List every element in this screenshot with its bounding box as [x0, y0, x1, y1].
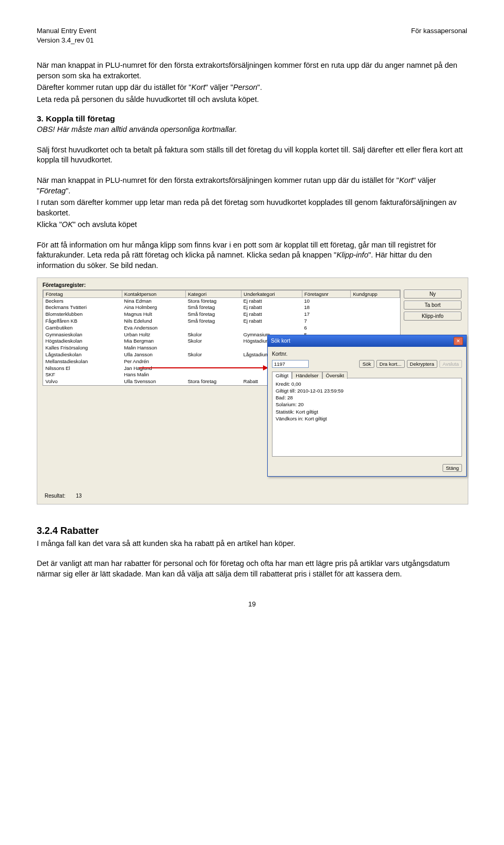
table-cell: Kalles Frisörsalong [44, 345, 122, 352]
para-1: När man knappat in PLU-numret för den fö… [37, 60, 467, 81]
table-cell: Beckmans Tvätteri [44, 304, 122, 311]
table-cell: Skolor [185, 332, 241, 338]
table-cell: Ej rabatt [242, 318, 302, 325]
para-4: Sälj först huvudkortet och ta betalt på … [37, 145, 467, 166]
table-cell: Skolor [185, 338, 241, 345]
tab-giltigt[interactable]: Giltigt [272, 372, 292, 379]
table-cell: Stora företag [185, 378, 241, 385]
tab-handelser[interactable]: Händelser [292, 372, 322, 379]
table-cell: Skolor [185, 352, 241, 358]
table-cell: 17 [302, 311, 351, 318]
para-5: När man knappat in PLU-numret för den fö… [37, 176, 467, 196]
body-text: När man knappat in PLU-numret för den fö… [37, 60, 467, 271]
table-cell: Fågelfåren KB [44, 318, 122, 325]
dekryptera-button[interactable]: Dekryptera [407, 360, 437, 368]
table-cell: 10 [302, 297, 351, 304]
table-row[interactable]: Beckmans TvätteriAina HolmbergSmå företa… [44, 304, 400, 311]
card-info-line: Vändkors in: Kort giltigt [276, 415, 458, 422]
table-cell [351, 297, 400, 304]
sok-kort-dialog: Sök kort ✕ Kortnr. 1197 Sök Dra kort... … [267, 335, 467, 477]
doc-audience: För kassapersonal [411, 26, 467, 36]
table-cell [185, 372, 241, 378]
table-cell: Hans Malin [122, 372, 185, 378]
table-cell [185, 325, 241, 332]
kortnr-input[interactable]: 1197 [272, 360, 309, 368]
table-header[interactable]: Kategori [185, 290, 241, 297]
result-value: 13 [76, 493, 81, 499]
annotation-arrow [139, 367, 265, 368]
table-cell: Ej rabatt [242, 304, 302, 311]
delete-button[interactable]: Ta bort [404, 301, 461, 310]
tab-oversikt[interactable]: Översikt [322, 372, 348, 379]
dialog-title: Sök kort [271, 338, 290, 344]
table-cell: Magnus Hult [122, 311, 185, 318]
table-cell: Blomsterklubben [44, 311, 122, 318]
table-header[interactable]: Kundgrupp [351, 290, 400, 297]
para-3: Leta reda på personen du sålde huvudkort… [37, 95, 467, 105]
table-row[interactable]: BeckersNina EdmanStora företagEj rabatt1… [44, 297, 400, 304]
avsluta-button: Avsluta [439, 360, 462, 368]
table-cell: Urban Holtz [122, 332, 185, 338]
table-cell: Ulla Svensson [122, 378, 185, 385]
table-cell: 7 [302, 318, 351, 325]
card-info-line: Giltigt till: 2010-12-01 23:59:59 [276, 387, 458, 394]
table-header[interactable]: Företagsnr [302, 290, 351, 297]
table-cell: 6 [302, 325, 351, 332]
para-7: Klicka "OK" och avsluta köpet [37, 220, 467, 230]
stang-button[interactable]: Stäng [443, 464, 462, 472]
table-cell: Små företag [185, 304, 241, 311]
table-row[interactable]: Fågelfåren KBNils EdelundSmå företagEj r… [44, 318, 400, 325]
para-obs: OBS! Här måste man alltid använda operso… [37, 125, 467, 135]
table-cell: Mellanstadieskolan [44, 358, 122, 365]
table-cell: Nina Edman [122, 297, 185, 304]
table-cell: Små företag [185, 311, 241, 318]
table-cell: Gymnasieskolan [44, 332, 122, 338]
table-header[interactable]: Underkategori [242, 290, 302, 297]
rabatter-p2: Det är vanligt att man har rabatter för … [37, 559, 467, 579]
table-cell: Malin Hansson [122, 345, 185, 352]
close-icon[interactable]: ✕ [454, 337, 463, 345]
doc-title: Manual Entry Event [37, 26, 96, 36]
card-info-line: Solarium: 20 [276, 401, 458, 408]
table-cell: Ulla Jansson [122, 352, 185, 358]
page-header: Manual Entry Event Version 3.4_rev 01 Fö… [37, 26, 467, 45]
rabatter-p1: I många fall kan det vara så att kunden … [37, 539, 467, 549]
table-cell: Högstadieskolan [44, 338, 122, 345]
screenshot-foretagsregister: Företagsregister: FöretagKontaktpersonKa… [37, 277, 468, 504]
table-header[interactable]: Kontaktperson [122, 290, 185, 297]
dra-kort-button[interactable]: Dra kort... [376, 360, 405, 368]
table-cell: Mia Bergman [122, 338, 185, 345]
para-6: I rutan som därefter kommer upp letar ma… [37, 198, 467, 218]
table-cell [185, 365, 241, 372]
table-cell: Stora företag [185, 297, 241, 304]
card-info-line: Statistik: Kort giltigt [276, 408, 458, 415]
doc-version: Version 3.4_rev 01 [37, 36, 96, 45]
table-cell: Volvo [44, 378, 122, 385]
table-cell: Ej rabatt [242, 297, 302, 304]
table-cell [242, 325, 302, 332]
new-button[interactable]: Ny [404, 290, 461, 298]
table-cell: Per Andrén [122, 358, 185, 365]
table-cell: 18 [302, 304, 351, 311]
table-cell: Garnbutiken [44, 325, 122, 332]
table-cell: Nilssons El [44, 365, 122, 372]
klipp-info-button[interactable]: Klipp-info [404, 312, 461, 321]
card-info-listbox: Kredit: 0,00Giltigt till: 2010-12-01 23:… [272, 378, 462, 457]
table-cell: Eva Andersson [122, 325, 185, 332]
table-cell: Nils Edelund [122, 318, 185, 325]
section-heading-koppla: 3. Koppla till företag [37, 114, 467, 123]
table-cell [351, 311, 400, 318]
sok-button[interactable]: Sök [359, 360, 374, 368]
table-row[interactable]: GarnbutikenEva Andersson6 [44, 325, 400, 332]
table-cell: SKF [44, 372, 122, 378]
table-cell: Aina Holmberg [122, 304, 185, 311]
page-number: 19 [37, 600, 467, 608]
kortnr-label: Kortnr. [272, 351, 287, 357]
table-cell [185, 345, 241, 352]
table-header[interactable]: Företag [44, 290, 122, 297]
table-cell: Ej rabatt [242, 311, 302, 318]
para-8: För att få information om hur många klip… [37, 240, 467, 271]
table-cell: Lågstadieskolan [44, 352, 122, 358]
table-cell [351, 318, 400, 325]
table-row[interactable]: BlomsterklubbenMagnus HultSmå företagEj … [44, 311, 400, 318]
